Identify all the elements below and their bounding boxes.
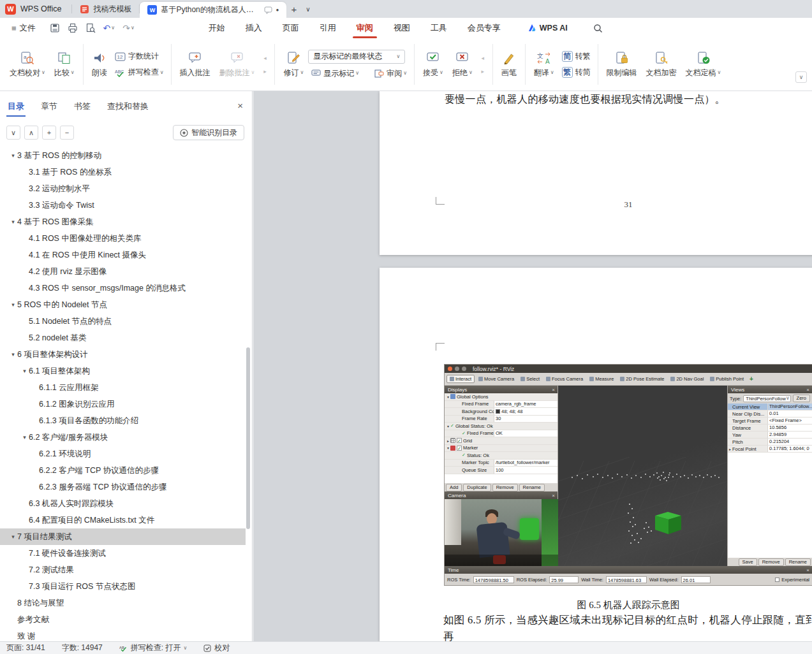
triangle-down-icon[interactable]: ▾: [20, 368, 29, 374]
toc-item[interactable]: 4.1 在 ROS 中使用 Kinect 摄像头: [0, 247, 246, 263]
scrollbar-thumb[interactable]: [246, 347, 250, 529]
ribbon-collapse-button[interactable]: ∨: [795, 71, 807, 83]
doc-proofing-button[interactable]: a 文档校对∨: [5, 48, 50, 81]
triangle-down-icon[interactable]: ▾: [20, 434, 29, 440]
wps-ai-button[interactable]: WPS AI: [528, 24, 568, 33]
toc-item[interactable]: 参考文献: [0, 611, 246, 628]
insert-comment-button[interactable]: 插入批注: [175, 48, 215, 81]
to-traditional-button[interactable]: 简 转繁: [559, 50, 594, 62]
toc-item[interactable]: 8 结论与展望: [0, 595, 246, 611]
toc-item[interactable]: 7.1 硬件设备连接测试: [0, 545, 246, 562]
toc-item[interactable]: 3.3 运动命令 Twist: [0, 197, 246, 214]
file-menu-button[interactable]: ≡ 文件: [6, 23, 41, 34]
document-page-32[interactable]: follow.rviz* - RViz InteractMove CameraS…: [380, 268, 812, 641]
menu-tab-1[interactable]: 开始: [198, 18, 235, 38]
triangle-down-icon[interactable]: ▾: [9, 219, 17, 225]
tab-list-button[interactable]: ∨: [301, 6, 314, 13]
rviz-figure-image[interactable]: follow.rviz* - RViz InteractMove CameraS…: [445, 365, 812, 585]
read-aloud-button[interactable]: 朗读: [87, 48, 112, 81]
menu-tab-4[interactable]: 引用: [309, 18, 346, 38]
toc-item[interactable]: 6.2.3 服务器端 TCP 协议通信的步骤: [0, 479, 246, 495]
show-markup-button[interactable]: 显示标记∨: [308, 68, 362, 80]
status-wordcount[interactable]: 字数: 14947: [62, 643, 103, 653]
tab-wps-office[interactable]: W WPS Office: [0, 0, 71, 18]
toc-item[interactable]: 6.1.2 图象识别云应用: [0, 396, 246, 412]
tab-template-doc[interactable]: 找稿壳模板: [72, 0, 139, 18]
decrease-level-button[interactable]: −: [60, 126, 74, 140]
toc-item[interactable]: ▾6.1 项目整体架构: [0, 363, 246, 379]
menu-tab-8[interactable]: 会员专享: [457, 18, 511, 38]
undo-button[interactable]: ↶ ∨: [103, 24, 115, 33]
print-button[interactable]: [68, 23, 78, 33]
reject-button[interactable]: 拒绝∨: [448, 48, 477, 81]
to-simplified-button[interactable]: 繁 转简: [559, 66, 594, 78]
toc-item[interactable]: ▾6.2 客户端/服务器模块: [0, 429, 246, 446]
sidebar-tab-4[interactable]: 查找和替换: [106, 98, 150, 115]
toc-item[interactable]: 7.2 测试结果: [0, 562, 246, 578]
sidebar-close-button[interactable]: ×: [237, 100, 243, 111]
toc-item[interactable]: 3.2 运动控制水平: [0, 180, 246, 197]
sidebar-tab-2[interactable]: 章节: [40, 98, 59, 115]
sidebar-tab-3[interactable]: 书签: [73, 98, 92, 115]
toc-item[interactable]: 4.2 使用 rviz 显示图像: [0, 263, 246, 280]
status-page[interactable]: 页面: 31/41: [6, 643, 45, 653]
toc-item[interactable]: 6.2.2 客户端 TCP 协议通信的步骤: [0, 462, 246, 479]
status-spellcheck[interactable]: AB 拼写检查: 打开 ∨: [119, 643, 188, 653]
document-area[interactable]: 要慢一点，机器人的移动速度也要根据现实情况调慢一点）。 31 follow.rv…: [253, 91, 812, 641]
chevron-down-icon[interactable]: ∨: [111, 25, 115, 31]
markup-state-select[interactable]: 显示标记的最终状态∨: [308, 50, 405, 64]
toc-scrollbar[interactable]: [246, 91, 250, 641]
expand-all-button[interactable]: ∧: [24, 126, 38, 140]
print-preview-button[interactable]: [85, 23, 96, 33]
smart-toc-button[interactable]: 智能识别目录: [173, 125, 244, 140]
spell-check-button[interactable]: ABC 拼写检查∨: [112, 66, 167, 78]
menu-tab-7[interactable]: 工具: [420, 18, 457, 38]
menu-tab-3[interactable]: 页面: [272, 18, 309, 38]
accept-button[interactable]: 接受∨: [418, 48, 448, 81]
redo-button[interactable]: ↷ ∨: [122, 24, 135, 33]
toc-item[interactable]: 6.4 配置项目的 CMakeLists.txt 文件: [0, 512, 246, 528]
menu-tab-2[interactable]: 插入: [235, 18, 272, 38]
toc-item[interactable]: 4.1 ROS 中图像处理的相关类库: [0, 230, 246, 247]
toc-item[interactable]: 6.3 机器人实时跟踪模块: [0, 495, 246, 512]
save-button[interactable]: [50, 23, 60, 33]
triangle-down-icon[interactable]: ▾: [9, 534, 17, 540]
toc-item[interactable]: ▾3 基于 ROS 的控制移动: [0, 147, 246, 164]
triangle-down-icon[interactable]: ▾: [9, 351, 17, 358]
next-comment-button[interactable]: ▸: [259, 66, 270, 76]
comments-icon[interactable]: [264, 6, 272, 14]
toc-item[interactable]: 6.2.1 环境说明: [0, 446, 246, 462]
toc-item[interactable]: 6.1.3 项目各函数的功能介绍: [0, 412, 246, 429]
prev-change-button[interactable]: ◂: [477, 53, 489, 63]
increase-level-button[interactable]: +: [42, 126, 56, 140]
track-changes-button[interactable]: 修订∨: [279, 48, 308, 81]
toc-item[interactable]: 7.3 项目运行 ROS 节点状态图: [0, 578, 246, 595]
toc-item[interactable]: ▾4 基于 ROS 图像采集: [0, 214, 246, 230]
menu-tab-6[interactable]: 视图: [383, 18, 420, 38]
toc-item[interactable]: 4.3 ROS 中 sensor_msgs/Image 的消息格式: [0, 280, 246, 296]
document-page-31[interactable]: 要慢一点，机器人的移动速度也要根据现实情况调慢一点）。 31: [380, 91, 812, 255]
delete-comment-button[interactable]: 删除批注∨: [215, 48, 260, 81]
toc-item[interactable]: 致 谢: [0, 628, 246, 641]
tab-current-doc[interactable]: W 基于Python的物流机器人路径 ●: [140, 2, 286, 18]
word-count-button[interactable]: 12 字数统计: [112, 50, 167, 62]
menu-tab-5[interactable]: 审阅: [346, 18, 383, 38]
compare-button[interactable]: 比较∨: [50, 48, 79, 81]
search-button[interactable]: [593, 24, 603, 33]
triangle-down-icon[interactable]: ▾: [9, 302, 17, 308]
encrypt-doc-button[interactable]: 文档加密: [642, 48, 681, 81]
translate-button[interactable]: 文A 翻译∨: [529, 48, 559, 81]
sidebar-tab-1[interactable]: 目录: [6, 98, 26, 115]
toc-item[interactable]: ▾6 项目整体架构设计: [0, 346, 246, 363]
toc-item[interactable]: 6.1.1 云应用框架: [0, 379, 246, 396]
toc-item[interactable]: 5.2 nodelet 基类: [0, 330, 246, 346]
toc-item[interactable]: ▾7 项目结果测试: [0, 528, 246, 545]
toc-item[interactable]: 3.1 基于 ROS 的坐标系: [0, 164, 246, 180]
next-change-button[interactable]: ▸: [477, 66, 489, 76]
collapse-all-button[interactable]: ∨: [6, 126, 20, 140]
toc-item[interactable]: 5.1 Nodelet 节点的特点: [0, 313, 246, 330]
toc-item[interactable]: ▾5 ROS 中的 Nodelet 节点: [0, 296, 246, 313]
new-tab-button[interactable]: +: [286, 4, 301, 15]
review-pane-button[interactable]: 审阅∨: [371, 68, 410, 80]
status-proofread[interactable]: 校对: [203, 643, 230, 653]
